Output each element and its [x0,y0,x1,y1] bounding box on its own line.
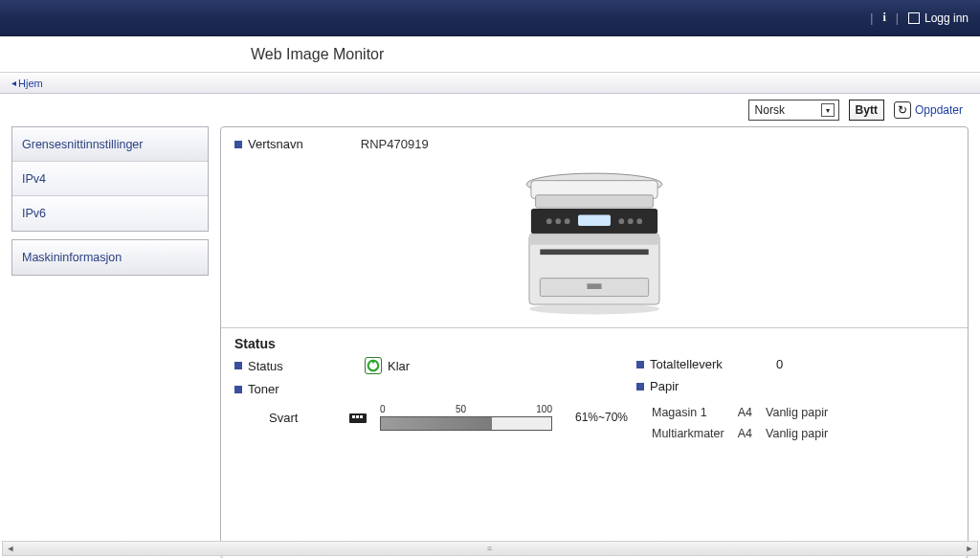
toner-header-row: Toner [234,382,636,396]
tray-size: A4 [738,424,764,443]
scroll-left-arrow-icon[interactable]: ◄ [3,542,18,555]
svg-rect-13 [540,249,648,255]
table-row: Magasin 1 A4 Vanlig papir [652,403,839,422]
chevron-down-icon: ▾ [821,103,835,117]
status-left-column: Status Klar Toner Svart [234,357,636,445]
switch-button-label: Bytt [856,103,878,117]
printer-icon [503,159,685,322]
refresh-label: Oppdater [915,103,963,117]
svg-rect-2 [536,195,654,208]
paper-label: Papir [650,379,679,393]
info-button[interactable]: i [882,11,885,25]
sidebar-item-ipv6[interactable]: IPv6 [12,196,208,231]
separator: | [870,11,873,25]
table-row: Multiarkmater A4 Vanlig papir [652,424,839,443]
title-bar: Web Image Monitor [0,36,980,73]
scroll-grip-icon: ≡ [487,544,493,553]
toner-label: Toner [248,382,279,396]
info-icon: i [882,11,885,25]
status-row: Status Klar [234,357,636,374]
scroll-track[interactable]: ≡ [18,542,962,555]
toner-row: Svart 0 50 100 61%~70% [269,404,636,431]
breadcrumb-arrow-icon: ◂ [11,78,16,88]
language-selected-label: Norsk [755,103,785,117]
panel-divider [221,327,968,328]
bullet-icon [636,383,644,391]
toner-scale-max: 100 [536,404,552,414]
counter-label: Totaltelleverk [650,357,723,371]
refresh-icon: ↻ [894,101,911,119]
login-label: Logg inn [924,11,969,25]
switch-button[interactable]: Bytt [849,100,884,121]
bullet-icon [234,141,242,148]
svg-point-5 [546,218,552,224]
bullet-icon [234,386,242,393]
language-select[interactable]: Norsk ▾ [748,100,839,121]
bullet-icon [636,361,644,368]
sidebar: Grensesnittinnstillinger IPv4 IPv6 Maski… [11,126,209,558]
tray-size: A4 [738,403,764,422]
counter-value: 0 [776,357,783,371]
svg-point-7 [565,218,570,224]
status-right-column: Totaltelleverk 0 Papir Magasin 1 A4 Vanl… [636,357,954,445]
tray-type: Vanlig papir [766,424,839,443]
separator: | [896,11,899,25]
horizontal-scrollbar[interactable]: ◄ ≡ ► [2,541,978,556]
breadcrumb-home-link[interactable]: Hjem [18,78,43,89]
printer-illustration [234,159,954,322]
main-panel: Vertsnavn RNP470919 [220,126,969,558]
sidebar-item-interface-settings[interactable]: Grensesnittinnstillinger [12,127,208,162]
svg-rect-12 [529,234,659,244]
hostname-value: RNP470919 [361,137,429,151]
main-layout: Grensesnittinnstillinger IPv4 IPv6 Maski… [0,123,980,558]
svg-point-10 [636,218,642,224]
ready-icon [365,357,382,374]
sidebar-item-label: Maskininformasjon [22,251,122,264]
breadcrumb: ◂ Hjem [0,73,980,94]
status-grid: Status Klar Toner Svart [234,357,954,445]
page-title: Web Image Monitor [251,46,384,63]
content-toolbar: Norsk ▾ Bytt ↻ Oppdater [0,94,980,123]
paper-table: Magasin 1 A4 Vanlig papir Multiarkmater … [650,401,841,445]
status-value: Klar [388,359,410,373]
hostname-label: Vertsnavn [248,137,303,151]
svg-point-8 [619,218,625,224]
toner-range-value: 61%~70% [575,411,628,424]
paper-header-row: Papir [636,379,954,393]
status-section-title: Status [234,336,954,351]
sidebar-item-ipv4[interactable]: IPv4 [12,162,208,196]
toner-fill [381,417,492,430]
login-button[interactable]: Logg inn [908,11,969,25]
counter-row: Totaltelleverk 0 [636,357,954,371]
toner-color-label: Svart [269,411,336,425]
sidebar-item-label: IPv4 [22,172,46,186]
toner-cartridge-icon [349,410,367,425]
sidebar-item-label: IPv6 [22,207,46,220]
top-navbar: | i | Logg inn [0,0,980,36]
sidebar-item-machine-info[interactable]: Maskininformasjon [12,240,208,275]
sidebar-group-machine: Maskininformasjon [11,239,209,276]
status-label: Status [248,359,283,373]
hostname-row: Vertsnavn RNP470919 [234,137,954,151]
refresh-button[interactable]: ↻ Oppdater [894,101,963,119]
svg-point-6 [555,218,561,224]
tray-name: Multiarkmater [652,424,736,443]
svg-point-9 [628,218,634,224]
sidebar-item-label: Grensesnittinnstillinger [22,138,143,151]
toner-gauge: 0 50 100 [380,404,552,431]
tray-type: Vanlig papir [766,403,839,422]
login-icon [908,12,920,24]
svg-point-16 [529,303,659,314]
tray-name: Magasin 1 [652,403,736,422]
svg-rect-4 [578,215,611,226]
scroll-right-arrow-icon[interactable]: ► [962,542,977,555]
toner-scale-mid: 50 [456,404,466,414]
sidebar-group-interface: Grensesnittinnstillinger IPv4 IPv6 [11,126,209,232]
toner-scale-min: 0 [380,404,386,414]
svg-rect-15 [587,283,601,289]
bullet-icon [234,362,242,369]
